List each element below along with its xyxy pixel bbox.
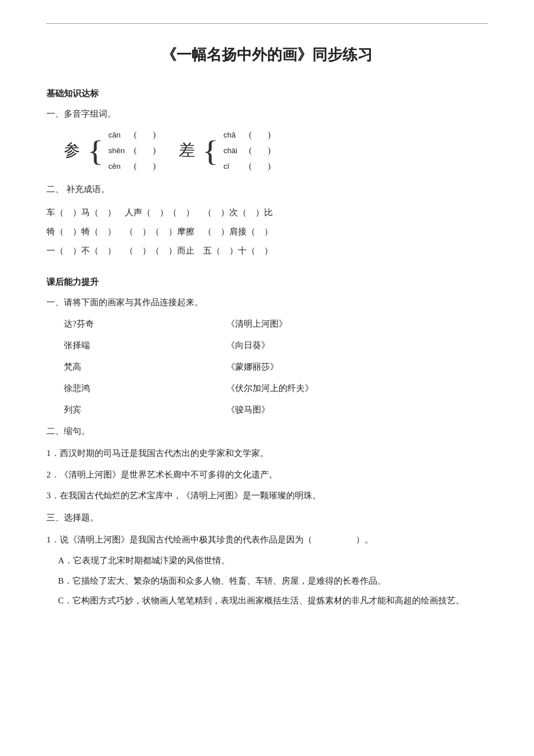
char-label-1: 参 (64, 136, 80, 165)
pinyin-2-0: chā (223, 128, 247, 142)
section-basic-title: 基础知识达标 (46, 86, 488, 102)
pinyin-row-2-0: chā ( ) (223, 128, 270, 142)
option-text-C: 它构图方式巧妙，状物画人笔笔精到，表现出画家概括生活、提炼素材的非凡才能和高超的… (73, 596, 464, 605)
pinyin-rows-2: chā ( ) chài ( ) cī ( ) (223, 128, 270, 174)
match-row-4: 列宾 《骏马图》 (64, 402, 488, 418)
match-row-3: 徐悲鸿 《伏尔加河上的纤夫》 (64, 381, 488, 396)
brace-left-1: { (87, 136, 104, 165)
brace-left-2: { (202, 136, 219, 165)
pinyin-row-1-0: cān ( ) (109, 128, 156, 142)
idiom-line-1: 犄（ ）犄（ ） （ ）（ ）摩擦 （ ）肩接（ ） (46, 222, 488, 241)
pinyin-2-2: cī (223, 160, 247, 173)
pinyin-1-0: cān (109, 128, 132, 142)
char-label-2: 差 (179, 136, 195, 165)
condense-q-2: 3．在我国古代灿烂的艺术宝库中，《清明上河图》是一颗璀璨的明珠。 (46, 487, 488, 504)
pinyin-2-1: chài (223, 144, 247, 157)
match-work-3: 《伏尔加河上的纤夫》 (226, 381, 313, 396)
match-artist-1: 张择端 (64, 338, 134, 353)
pinyin-1-2: cēn (109, 160, 132, 173)
idiom-line-2: 一（ ）不（ ） （ ）（ ）而止 五（ ）十（ ） (46, 241, 488, 261)
condense-questions: 1．西汉时期的司马迁是我国古代杰出的史学家和文学家。 2．《清明上河图》是世界艺… (46, 445, 488, 504)
char-group-2: 差 { chā ( ) chài ( ) cī ( ) (179, 128, 270, 174)
page-title: 《一幅名扬中外的画》同步练习 (46, 41, 488, 68)
option-key-C: C． (58, 596, 73, 605)
section-advanced: 课后能力提升 一、请将下面的画家与其作品连接起来。 达?芬奇 《清明上河图》 张… (46, 274, 488, 609)
blank-2-1: ( ) (249, 143, 270, 158)
match-work-2: 《蒙娜丽莎》 (226, 359, 279, 375)
match-work-4: 《骏马图》 (226, 402, 270, 418)
option-key-A: A． (58, 556, 73, 565)
match-artist-2: 梵高 (64, 359, 134, 375)
section-advanced-title: 课后能力提升 (46, 274, 488, 290)
match-work-1: 《向日葵》 (226, 338, 270, 353)
match-artist-4: 列宾 (64, 402, 134, 418)
match-work-0: 《清明上河图》 (226, 316, 287, 332)
pinyin-row-1-1: shēn ( ) (109, 143, 156, 158)
match-table: 达?芬奇 《清明上河图》 张择端 《向日葵》 梵高 《蒙娜丽莎》 徐悲鸿 《伏尔… (64, 316, 488, 418)
choice-q-0-option-B: B．它描绘了宏大、繁杂的场面和众多人物、牲畜、车轿、房屋，是难得的长卷作品。 (58, 573, 488, 589)
option-text-A: 它表现了北宋时期都城汴梁的风俗世情。 (73, 556, 230, 565)
pinyin-rows-1: cān ( ) shēn ( ) cēn ( ) (109, 128, 156, 174)
blank-2-0: ( ) (249, 128, 270, 142)
option-key-B: B． (58, 576, 73, 585)
match-row-0: 达?芬奇 《清明上河图》 (64, 316, 488, 332)
subsection-idioms-title: 二、 补充成语。 (46, 182, 488, 197)
blank-1-0: ( ) (134, 128, 156, 142)
subsection-match-title: 一、请将下面的画家与其作品连接起来。 (46, 295, 488, 310)
match-artist-3: 徐悲鸿 (64, 381, 134, 396)
top-rule (46, 23, 488, 24)
blank-1-1: ( ) (134, 143, 156, 158)
pinyin-1-1: shēn (109, 144, 132, 157)
subsection-polyphonic-title: 一、多音字组词。 (46, 106, 488, 122)
pinyin-row-2-1: chài ( ) (223, 143, 270, 158)
match-row-2: 梵高 《蒙娜丽莎》 (64, 359, 488, 375)
pinyin-row-2-2: cī ( ) (223, 159, 270, 173)
blank-2-2: ( ) (249, 159, 270, 173)
idiom-section: 车（ ）马（ ） 人声（ ）（ ） （ ）次（ ）比 犄（ ）犄（ ） （ ）（… (46, 203, 488, 261)
choice-q-0-option-C: C．它构图方式巧妙，状物画人笔笔精到，表现出画家概括生活、提炼素材的非凡才能和高… (58, 592, 488, 609)
choice-questions: 1．说《清明上河图》是我国古代绘画中极其珍贵的代表作品是因为（ ）。 A．它表现… (46, 531, 488, 609)
polyphonic-table: 参 { cān ( ) shēn ( ) cēn ( ) 差 { (64, 128, 488, 174)
choice-q-0-option-A: A．它表现了北宋时期都城汴梁的风俗世情。 (58, 552, 488, 569)
match-row-1: 张择端 《向日葵》 (64, 338, 488, 353)
subsection-choice-title: 三、选择题。 (46, 510, 488, 526)
idiom-line-0: 车（ ）马（ ） 人声（ ）（ ） （ ）次（ ）比 (46, 203, 488, 222)
condense-q-0: 1．西汉时期的司马迁是我国古代杰出的史学家和文学家。 (46, 445, 488, 462)
choice-q-0-text: 1．说《清明上河图》是我国古代绘画中极其珍贵的代表作品是因为（ ）。 (46, 531, 488, 548)
match-artist-0: 达?芬奇 (64, 316, 134, 332)
condense-q-1: 2．《清明上河图》是世界艺术长廊中不可多得的文化遗产。 (46, 466, 488, 483)
option-text-B: 它描绘了宏大、繁杂的场面和众多人物、牲畜、车轿、房屋，是难得的长卷作品。 (73, 576, 386, 585)
subsection-condense-title: 二、缩句。 (46, 424, 488, 439)
section-basic: 基础知识达标 一、多音字组词。 参 { cān ( ) shēn ( ) cēn… (46, 86, 488, 261)
char-group-1: 参 { cān ( ) shēn ( ) cēn ( ) (64, 128, 156, 174)
pinyin-row-1-2: cēn ( ) (109, 159, 156, 173)
blank-1-2: ( ) (134, 159, 156, 173)
